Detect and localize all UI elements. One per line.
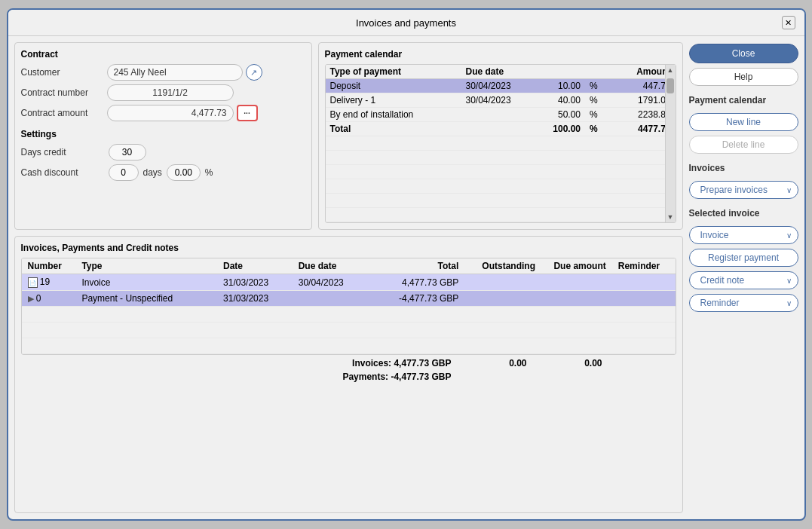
inv-col-reminder: Reminder [612,258,676,274]
inv-type: Invoice [75,274,217,291]
inv-due-amount [541,291,612,307]
inv-outstanding [464,274,541,291]
main-dialog: Invoices and payments ✕ Contract Custome… [7,8,806,521]
days-unit-label: days [143,167,162,178]
customer-label: Customer [21,67,104,78]
top-sections: Contract Customer ↗ Contract number Cont… [14,42,683,230]
invoice-button[interactable]: Invoice ∨ [689,226,798,244]
invoices-section-title: Invoices, Payments and Credit notes [21,243,676,253]
summary-area: Invoices: 4,477.73 GBP 0.00 0.00 Payment… [21,355,676,385]
inv-date: 31/03/2023 [217,291,293,307]
customer-row: Customer ↗ [21,64,305,81]
reminder-button[interactable]: Reminder ∨ [689,294,798,312]
cash-discount-days-input[interactable] [109,164,139,181]
scroll-down-arrow[interactable]: ▼ [667,212,674,222]
left-panel: Contract Customer ↗ Contract number Cont… [14,42,683,513]
contract-number-row: Contract number [21,84,305,101]
pc-pct-sign: % [585,122,611,136]
inv-reminder [612,274,676,291]
scroll-thumb[interactable] [666,78,674,93]
invoice-empty-row [22,307,676,323]
summary-payments-label: Payments: -4,477.73 GBP [342,372,451,382]
payment-calendar-section-title: Payment calendar [325,49,676,60]
days-credit-input[interactable] [109,144,146,161]
pc-pct: 50.00 [529,108,586,122]
payment-calendar-empty-row [326,151,676,165]
dialog-title: Invoices and payments [31,17,782,29]
invoice-empty-row [22,338,676,354]
arrow-icon: ▶ [28,294,34,303]
invoices-right-title: Invoices [689,163,798,173]
contract-amount-input[interactable] [107,105,234,121]
title-bar: Invoices and payments ✕ [8,10,804,36]
payment-calendar-right-title: Payment calendar [689,95,798,105]
new-line-button[interactable]: New line [689,113,798,131]
register-payment-button[interactable]: Register payment [689,249,798,267]
credit-note-dropdown-arrow: ∨ [786,277,792,285]
payment-calendar-empty-row [326,179,676,194]
pc-due-date [461,108,529,122]
delete-line-button[interactable]: Delete line [689,136,798,154]
contract-number-input[interactable] [107,84,234,101]
payment-calendar-table: Type of payment Due date Amount Deposit … [326,65,676,222]
days-credit-label: Days credit [21,147,104,157]
customer-link-button[interactable]: ↗ [246,64,262,81]
credit-note-button[interactable]: Credit note ∨ [689,271,798,289]
pc-pct: 100.00 [529,122,586,136]
pc-pct-sign: % [585,93,611,108]
pc-due-date: 30/04/2023 [461,79,529,93]
pc-type: By end of installation [326,108,461,122]
contract-amount-label: Contract amount [21,108,104,118]
contract-amount-dots-button[interactable]: ··· [237,105,258,121]
col-type-header: Type of payment [326,65,461,79]
prepare-invoices-dropdown-arrow: ∨ [786,186,792,194]
inv-due-date [293,291,368,307]
invoices-section: Invoices, Payments and Credit notes Numb… [14,236,683,513]
days-credit-row: Days credit [21,144,305,161]
help-button[interactable]: Help [689,68,798,86]
inv-number: ▶ 0 [22,291,76,307]
invoice-table-row[interactable]: ▶ 0 Payment - Unspecified 31/03/2023 -4,… [22,291,676,307]
inv-due-date: 30/04/2023 [293,274,368,291]
payment-calendar-section: Payment calendar Type of payment Due dat… [318,42,683,230]
settings-title: Settings [21,129,305,139]
close-x-button[interactable]: ✕ [782,16,795,29]
prepare-invoices-button[interactable]: Prepare invoices ∨ [689,181,798,199]
inv-date: 31/03/2023 [217,274,293,291]
invoice-table-row[interactable]: 📄 19 Invoice 31/03/2023 30/04/2023 4,477… [22,274,676,291]
summary-invoices-label: Invoices: 4,477.73 GBP [352,358,451,368]
doc-icon: 📄 [28,277,38,288]
inv-col-outstanding: Outstanding [464,258,541,274]
summary-outstanding: 0.00 [467,358,527,368]
payment-calendar-row[interactable]: Deposit 30/04/2023 10.00 % 447.77 [326,79,676,93]
pc-pct-sign: % [585,79,611,93]
summary-due: 0.00 [542,358,602,368]
contract-amount-row: Contract amount ··· [21,105,305,121]
contract-section: Contract Customer ↗ Contract number Cont… [14,42,312,230]
pct-unit-label: % [205,167,213,178]
invoice-empty-row [22,323,676,338]
customer-input[interactable] [107,64,243,81]
pc-due-date: 30/04/2023 [461,93,529,108]
close-button[interactable]: Close [689,44,798,63]
payment-calendar-empty-row [326,165,676,179]
selected-invoice-title: Selected invoice [689,208,798,219]
payment-calendar-row[interactable]: Delivery - 1 30/04/2023 40.00 % 1791.09 [326,93,676,108]
inv-col-due-amount: Due amount [541,258,612,274]
payment-calendar-row[interactable]: Total 100.00 % 4477.73 [326,122,676,136]
pc-pct: 10.00 [529,79,586,93]
inv-outstanding [464,291,541,307]
scroll-up-arrow[interactable]: ▲ [667,65,674,75]
pc-pct: 40.00 [529,93,586,108]
cash-discount-label: Cash discount [21,167,104,178]
invoices-table-wrapper: Number Type Date Due date Total Outstand… [21,258,676,355]
inv-number: 📄 19 [22,274,76,291]
payment-calendar-scrollbar[interactable]: ▲ ▼ [665,65,676,222]
reminder-dropdown-arrow: ∨ [786,299,792,307]
contract-number-label: Contract number [21,87,104,98]
cash-discount-pct-input[interactable] [167,164,201,181]
inv-total: 4,477.73 GBP [367,274,464,291]
inv-col-type: Type [75,258,217,274]
payment-calendar-row[interactable]: By end of installation 50.00 % 2238.86 [326,108,676,122]
contract-section-title: Contract [21,49,305,60]
